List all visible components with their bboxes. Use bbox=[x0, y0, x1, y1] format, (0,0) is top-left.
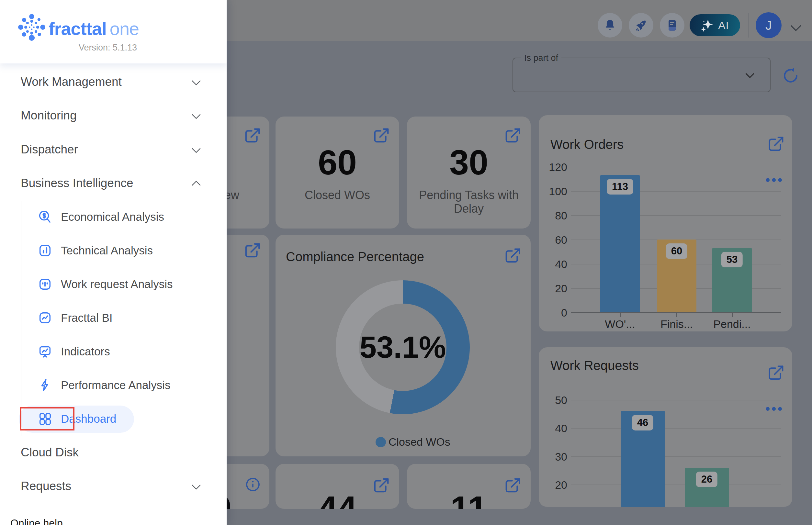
line-chart-icon bbox=[38, 311, 53, 325]
compliance-card: Compliance Percentage 53.1% Closed WOs bbox=[276, 235, 531, 456]
open-in-new-icon[interactable] bbox=[767, 364, 785, 381]
work-orders-title: Work Orders bbox=[550, 137, 623, 152]
y-tick-label: 30 bbox=[539, 450, 567, 463]
x-tick bbox=[676, 312, 677, 317]
account-chevron-down-icon[interactable] bbox=[790, 20, 801, 31]
is-part-of-label: Is part of bbox=[521, 53, 561, 63]
y-tick-label: 20 bbox=[539, 282, 567, 295]
bar-value-badge: 26 bbox=[696, 471, 718, 487]
info-icon[interactable] bbox=[245, 477, 261, 492]
header-divider bbox=[749, 13, 749, 38]
y-tick-label: 40 bbox=[539, 258, 567, 271]
kpi-value: 44 bbox=[276, 491, 399, 509]
refresh-button[interactable] bbox=[782, 67, 800, 85]
kpi-card-pending-delay: 30 Pending Tasks with Delay bbox=[407, 117, 531, 228]
gridline bbox=[571, 428, 781, 429]
chevron-up-icon bbox=[192, 181, 201, 190]
rocket-icon bbox=[634, 18, 648, 32]
open-in-new-icon[interactable] bbox=[373, 127, 390, 144]
open-in-new-icon[interactable] bbox=[244, 127, 261, 144]
chevron-down-icon bbox=[192, 76, 201, 86]
open-in-new-icon[interactable] bbox=[767, 135, 785, 153]
y-tick-label: 20 bbox=[539, 478, 567, 491]
open-in-new-icon[interactable] bbox=[504, 247, 521, 265]
gridline bbox=[571, 167, 781, 167]
compliance-title: Compliance Percentage bbox=[286, 250, 424, 264]
whats-new-button[interactable] bbox=[629, 13, 653, 38]
chevron-down-icon bbox=[192, 144, 201, 153]
kpi-value: 30 bbox=[407, 145, 531, 180]
kpi-label: Closed WOs bbox=[276, 189, 399, 202]
compliance-value: 53.1% bbox=[360, 330, 446, 365]
x-category-label: Finis... bbox=[661, 318, 693, 330]
sparkle-icon bbox=[700, 19, 713, 32]
chevron-down-icon bbox=[192, 481, 201, 490]
sidebar-item-business-intelligence[interactable]: Business Intelligence bbox=[0, 171, 227, 195]
tutorial-highlight-box bbox=[20, 407, 74, 431]
x-tick bbox=[620, 312, 621, 317]
more-options-icon[interactable]: ••• bbox=[765, 177, 784, 182]
more-options-icon[interactable]: ••• bbox=[765, 406, 784, 411]
open-in-new-icon[interactable] bbox=[244, 242, 261, 259]
work-requests-title: Work Requests bbox=[550, 358, 639, 373]
kpi-value: 11 bbox=[407, 491, 531, 509]
online-help-link[interactable]: Online help bbox=[10, 517, 63, 525]
chart-legend: Closed WOs bbox=[375, 436, 451, 448]
chevron-down-icon bbox=[192, 110, 201, 119]
kpi-value: 60 bbox=[276, 145, 399, 180]
donut-center: 53.1% bbox=[359, 304, 446, 391]
y-tick-label: 80 bbox=[539, 209, 567, 222]
bar-value-badge: 60 bbox=[666, 243, 687, 259]
open-in-new-icon[interactable] bbox=[504, 127, 521, 144]
docs-button[interactable] bbox=[660, 13, 684, 38]
sidebar-item-fracttal-bi[interactable]: Fracttal BI bbox=[0, 306, 227, 330]
select-chevron-down-icon bbox=[745, 69, 754, 78]
gridline bbox=[571, 484, 781, 485]
sidebar-item-requests[interactable]: Requests bbox=[0, 475, 227, 498]
bar-WO'... bbox=[600, 175, 640, 312]
kpi-label: Pending Tasks with Delay bbox=[407, 189, 531, 215]
x-category-label: Pendi... bbox=[713, 318, 751, 330]
x-category-label: WO'... bbox=[605, 318, 635, 330]
sidebar-item-dispatcher[interactable]: Dispatcher bbox=[0, 138, 227, 161]
y-tick-label: 60 bbox=[539, 234, 567, 246]
y-tick-label: 0 bbox=[539, 306, 567, 319]
sidebar-item-monitoring[interactable]: Monitoring bbox=[0, 104, 227, 127]
bars-icon bbox=[38, 277, 53, 291]
gridline bbox=[571, 456, 781, 457]
app-version: Version: 5.1.13 bbox=[79, 43, 150, 53]
ai-assistant-button[interactable]: AI bbox=[690, 14, 740, 36]
kpi-card-closed-wos: 60 Closed WOs bbox=[276, 117, 399, 228]
kpi-card-bottom-1: 44 bbox=[276, 464, 399, 509]
drawer-header: fracttalone Version: 5.1.13 bbox=[0, 0, 227, 63]
navigation-drawer: fracttalone Version: 5.1.13 Work Managem… bbox=[0, 0, 227, 525]
sidebar-item-economical-analysis[interactable]: Economical Analysis bbox=[0, 205, 227, 228]
sidebar-item-performance-analysis[interactable]: Performance Analysis bbox=[0, 374, 227, 397]
fracttal-wordmark: fracttalone bbox=[48, 18, 139, 39]
sidebar-item-work-management[interactable]: Work Management bbox=[0, 70, 227, 93]
work-orders-card: Work Orders ••• 020406080100120113WO'...… bbox=[539, 115, 792, 331]
ai-button-label: AI bbox=[718, 19, 729, 32]
work-requests-card: Work Requests ••• 203040504626 bbox=[539, 347, 792, 507]
kpi-card-bottom-2: 11 bbox=[407, 464, 531, 509]
dollar-search-icon bbox=[38, 209, 53, 224]
y-tick-label: 40 bbox=[539, 422, 567, 435]
bar-value-badge: 53 bbox=[721, 252, 743, 267]
y-tick-label: 50 bbox=[539, 394, 567, 407]
legend-dot bbox=[375, 437, 386, 447]
x-tick bbox=[732, 312, 733, 317]
gauge-bars-icon bbox=[38, 243, 53, 258]
lightning-icon bbox=[38, 378, 53, 393]
is-part-of-select[interactable]: Is part of bbox=[513, 58, 770, 92]
sidebar-item-cloud-disk[interactable]: Cloud Disk bbox=[0, 441, 227, 464]
y-tick-label: 120 bbox=[539, 161, 567, 174]
sidebar-item-work-request-analysis[interactable]: Work request Analysis bbox=[0, 272, 227, 296]
bar-value-badge: 113 bbox=[607, 179, 633, 195]
bar-value-badge: 46 bbox=[632, 415, 653, 431]
notifications-button[interactable] bbox=[598, 13, 622, 38]
gridline bbox=[571, 400, 781, 400]
sidebar-item-indicators[interactable]: Indicators bbox=[0, 340, 227, 363]
notebook-icon bbox=[665, 18, 679, 32]
sidebar-item-technical-analysis[interactable]: Technical Analysis bbox=[0, 239, 227, 262]
avatar[interactable]: J bbox=[756, 12, 782, 38]
